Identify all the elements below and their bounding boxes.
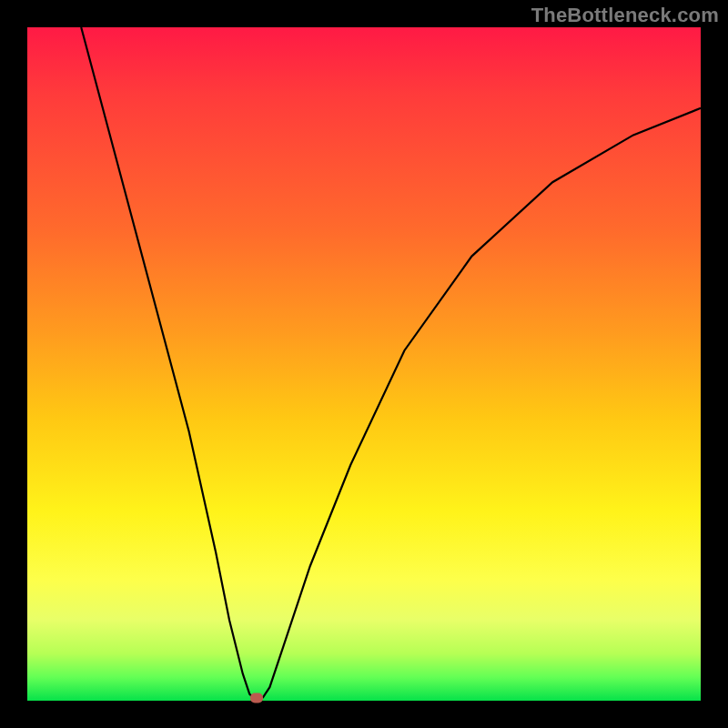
optimal-point-marker xyxy=(250,693,263,703)
chart-frame: TheBottleneck.com xyxy=(0,0,728,728)
curve-svg xyxy=(27,27,701,701)
watermark-text: TheBottleneck.com xyxy=(531,4,719,27)
bottleneck-curve-path xyxy=(81,27,701,701)
plot-area xyxy=(27,27,701,701)
